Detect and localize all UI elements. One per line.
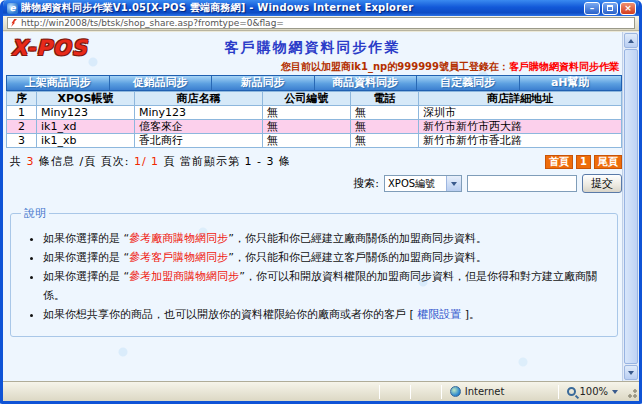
close-button[interactable]: ×: [620, 2, 636, 15]
cell-shop: 香北商行: [135, 134, 263, 148]
cell-address: 新竹市新竹市香北路: [419, 134, 622, 148]
login-status: 您目前以加盟商ik1_np的999999號員工登錄在：客戶購物網資料同步作業: [281, 60, 619, 74]
cell-company: 無: [263, 106, 351, 120]
col-header-address: 商店詳細地址: [419, 92, 622, 106]
col-header-shop: 商店名稱: [135, 92, 263, 106]
search-input[interactable]: [467, 175, 577, 192]
col-header-company: 公司編號: [263, 92, 351, 106]
search-field-select[interactable]: XPOS編號: [384, 175, 462, 192]
search-label: 搜索:: [353, 176, 379, 191]
login-status-current: 客戶購物網資料同步作業: [509, 61, 619, 72]
cell-shop: Miny123: [135, 106, 263, 120]
pagination-page-indicator: 1/ 1: [134, 155, 159, 168]
cell-phone: 無: [351, 120, 419, 134]
zoom-control[interactable]: 100%: [561, 386, 624, 397]
cell-address: 深圳市: [419, 106, 622, 120]
pagination-label: 頁 當前顯示第 1 - 3 條: [164, 155, 291, 168]
cell-phone: 無: [351, 106, 419, 120]
search-row: 搜索: XPOS編號 提交: [6, 174, 622, 193]
login-status-prefix: 您目前以加盟商ik1_np的999999號員工登錄在：: [281, 61, 509, 72]
magnifier-icon: [567, 387, 576, 396]
page-viewport: X-POS 客戶購物網資料同步作業 您目前以加盟商ik1_np的999999號員…: [3, 32, 639, 381]
note-item: 如果你選擇的是 “參考加盟商購物網同步”，你可以和開放資料權限的加盟商同步資料，…: [43, 267, 611, 305]
minimize-button[interactable]: –: [584, 2, 600, 15]
arrow-down-icon: [628, 371, 634, 375]
notes-panel: 說明 如果你選擇的是 “參考廠商購物網同步”，你只能和你已經建立廠商關係的加盟商…: [10, 206, 618, 337]
table-row[interactable]: 1 Miny123 Miny123 無 無 深圳市: [7, 106, 622, 120]
shops-table: 序 XPOS帳號 商店名稱 公司編號 電話 商店詳細地址 1 Miny123 M…: [6, 91, 622, 148]
cell-account: ik1_xb: [37, 134, 135, 148]
pagination-row: 共 3 條信息 /頁 頁次: 1/ 1 頁 當前顯示第 1 - 3 條 首頁 1…: [6, 154, 622, 169]
title-bar: e 購物網資料同步作業V1.05[X-POS 雲端商務網] - Windows …: [3, 0, 639, 16]
cell-account: Miny123: [37, 106, 135, 120]
menu-item-new-products-sync[interactable]: 新品同步: [211, 76, 314, 90]
url-text: http://win2008/ts/btsk/shop_share.asp?fr…: [21, 18, 284, 28]
ie-logo-icon: e: [7, 3, 18, 14]
scroll-up-button[interactable]: [624, 33, 638, 48]
note-item: 如果你選擇的是 “參考廠商購物網同步”，你只能和你已經建立廠商關係的加盟商同步資…: [43, 229, 611, 248]
security-zone-label: Internet: [465, 386, 505, 397]
maximize-icon: [607, 5, 613, 11]
cell-seq: 3: [7, 134, 37, 148]
status-bar: Internet 100%: [3, 381, 639, 401]
address-field[interactable]: http://win2008/ts/btsk/shop_share.asp?fr…: [7, 17, 635, 29]
table-row-highlighted[interactable]: 2 ik1_xd 億客來企 無 無 新竹市新竹市西大路: [7, 120, 622, 134]
pagination-total-count: 3: [27, 155, 35, 168]
page-title: 客戶購物網資料同步作業: [6, 39, 619, 57]
menu-item-help[interactable]: aH幫助: [519, 76, 622, 90]
menu-item-promo-products-sync[interactable]: 促銷品同步: [109, 76, 212, 90]
scroll-down-button[interactable]: [624, 365, 638, 380]
window-title: 購物網資料同步作業V1.05[X-POS 雲端商務網] - Windows In…: [21, 1, 584, 15]
permission-settings-link[interactable]: 權限設置: [417, 308, 461, 321]
menu-item-custom-sync[interactable]: 自定義同步: [416, 76, 519, 90]
table-row[interactable]: 3 ik1_xb 香北商行 無 無 新竹市新竹市香北路: [7, 134, 622, 148]
scrollbar-thumb[interactable]: [624, 49, 638, 364]
note-highlight: 參考加盟商購物網同步: [129, 270, 239, 283]
menu-item-listed-products-sync[interactable]: 上架商品同步: [7, 76, 109, 90]
maximize-button[interactable]: [602, 2, 618, 15]
last-page-button[interactable]: 尾頁: [594, 155, 622, 169]
first-page-button[interactable]: 首頁: [545, 155, 573, 169]
vertical-scrollbar[interactable]: [622, 32, 639, 381]
internet-globe-icon: [450, 386, 461, 397]
arrow-up-icon: [628, 39, 634, 43]
cell-company: 無: [263, 120, 351, 134]
cell-seq: 1: [7, 106, 37, 120]
search-field-selected-option: XPOS編號: [385, 177, 446, 191]
zoom-dropdown-icon[interactable]: [612, 390, 618, 394]
note-item: 如果你選擇的是 “參考客戶購物網同步”，你只能和你已經建立客戶關係的加盟商同步資…: [43, 248, 611, 267]
page-number-button[interactable]: 1: [576, 155, 591, 169]
cell-account: ik1_xd: [37, 120, 135, 134]
sync-menu-bar: 上架商品同步 促銷品同步 新品同步 商品資料同步 自定義同步 aH幫助: [6, 75, 622, 91]
search-submit-button[interactable]: 提交: [582, 174, 622, 193]
cell-seq: 2: [7, 120, 37, 134]
security-zone-indicator: Internet: [444, 386, 511, 397]
table-header-row: 序 XPOS帳號 商店名稱 公司編號 電話 商店詳細地址: [7, 92, 622, 106]
pagination-label: 共: [10, 155, 22, 168]
pagination-label: 條信息 /頁 頁次:: [39, 155, 129, 168]
cell-shop: 億客來企: [135, 120, 263, 134]
menu-item-product-data-sync[interactable]: 商品資料同步: [314, 76, 417, 90]
cell-phone: 無: [351, 134, 419, 148]
note-highlight: 參考廠商購物網同步: [129, 232, 228, 245]
zoom-level: 100%: [579, 386, 608, 397]
chevron-down-icon: [446, 176, 461, 191]
browser-window: e 購物網資料同步作業V1.05[X-POS 雲端商務網] - Windows …: [0, 0, 642, 404]
page-load-icon: [11, 19, 17, 27]
note-highlight: 參考客戶購物網同步: [129, 251, 228, 264]
col-header-account: XPOS帳號: [37, 92, 135, 106]
page-header: X-POS 客戶購物網資料同步作業 您目前以加盟商ik1_np的999999號員…: [6, 32, 619, 75]
cell-address: 新竹市新竹市西大路: [419, 120, 622, 134]
resize-grip[interactable]: [624, 385, 638, 399]
notes-legend: 說明: [21, 206, 49, 221]
pagination-summary: 共 3 條信息 /頁 頁次: 1/ 1 頁 當前顯示第 1 - 3 條: [6, 154, 291, 169]
col-header-phone: 電話: [351, 92, 419, 106]
note-item: 如果你想共享你的商品，也可以開放你的資料權限給你的廠商或者你的客戶 [ 權限設置…: [43, 305, 611, 324]
cell-company: 無: [263, 134, 351, 148]
col-header-seq: 序: [7, 92, 37, 106]
address-bar: http://win2008/ts/btsk/shop_share.asp?fr…: [3, 16, 639, 31]
